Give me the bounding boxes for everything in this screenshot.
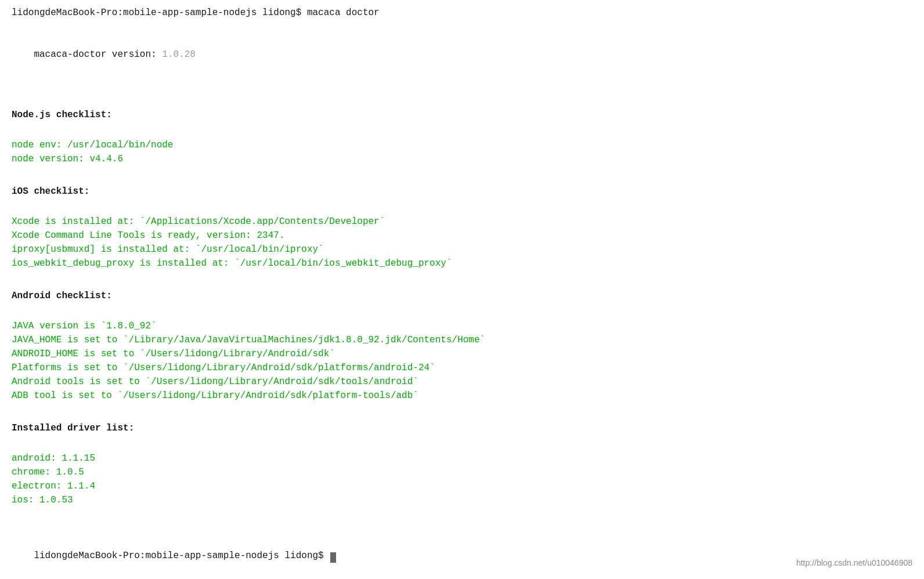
blank-line-8: [12, 305, 912, 319]
blank-line-12: [12, 521, 912, 535]
ios-driver-line: ios: 1.0.53: [12, 493, 912, 507]
ios-webkit-line: ios_webkit_debug_proxy is installed at: …: [12, 256, 912, 270]
blank-line-6: [12, 201, 912, 215]
command-line: lidongdeMacBook-Pro:mobile-app-sample-no…: [12, 6, 912, 20]
blank-line-1: [12, 20, 912, 34]
android-tools-line: Android tools is set to `/Users/lidong/L…: [12, 375, 912, 389]
blank-line-9: [12, 403, 912, 417]
android-home-line: ANDROID_HOME is set to `/Users/lidong/Li…: [12, 347, 912, 361]
iproxy-line: iproxy[usbmuxd] is installed at: `/usr/l…: [12, 243, 912, 256]
watermark: http://blog.csdn.net/u010046908: [796, 558, 912, 567]
doctor-version-value: 1.0.28: [162, 49, 196, 60]
android-driver-line: android: 1.1.15: [12, 451, 912, 465]
doctor-version-label: macaca-doctor version:: [34, 49, 162, 60]
android-heading: Android checklist:: [12, 289, 912, 303]
driver-heading: Installed driver list:: [12, 421, 912, 435]
blank-line-5: [12, 166, 912, 180]
final-prompt-line[interactable]: lidongdeMacBook-Pro:mobile-app-sample-no…: [12, 535, 912, 577]
blank-line-4: [12, 124, 912, 138]
xcode-installed-line: Xcode is installed at: `/Applications/Xc…: [12, 215, 912, 229]
blank-line-7: [12, 270, 912, 284]
terminal-output: lidongdeMacBook-Pro:mobile-app-sample-no…: [12, 6, 912, 577]
platforms-line: Platforms is set to `/Users/lidong/Libra…: [12, 361, 912, 375]
adb-tool-line: ADB tool is set to `/Users/lidong/Librar…: [12, 389, 912, 403]
node-env-line: node env: /usr/local/bin/node: [12, 138, 912, 152]
ios-heading: iOS checklist:: [12, 184, 912, 198]
cursor: [330, 552, 336, 563]
nodejs-heading: Node.js checklist:: [12, 108, 912, 122]
java-version-line: JAVA version is `1.8.0_92`: [12, 319, 912, 333]
blank-line-3: [12, 89, 912, 103]
blank-line-10: [12, 437, 912, 451]
blank-line-2: [12, 75, 912, 89]
final-prompt-text: lidongdeMacBook-Pro:mobile-app-sample-no…: [34, 551, 329, 561]
doctor-version-line: macaca-doctor version: 1.0.28: [12, 34, 912, 75]
node-version-line: node version: v4.4.6: [12, 152, 912, 166]
blank-line-11: [12, 507, 912, 521]
xcode-cmdline-line: Xcode Command Line Tools is ready, versi…: [12, 229, 912, 243]
electron-driver-line: electron: 1.1.4: [12, 479, 912, 493]
java-home-line: JAVA_HOME is set to `/Library/Java/JavaV…: [12, 333, 912, 347]
chrome-driver-line: chrome: 1.0.5: [12, 465, 912, 479]
